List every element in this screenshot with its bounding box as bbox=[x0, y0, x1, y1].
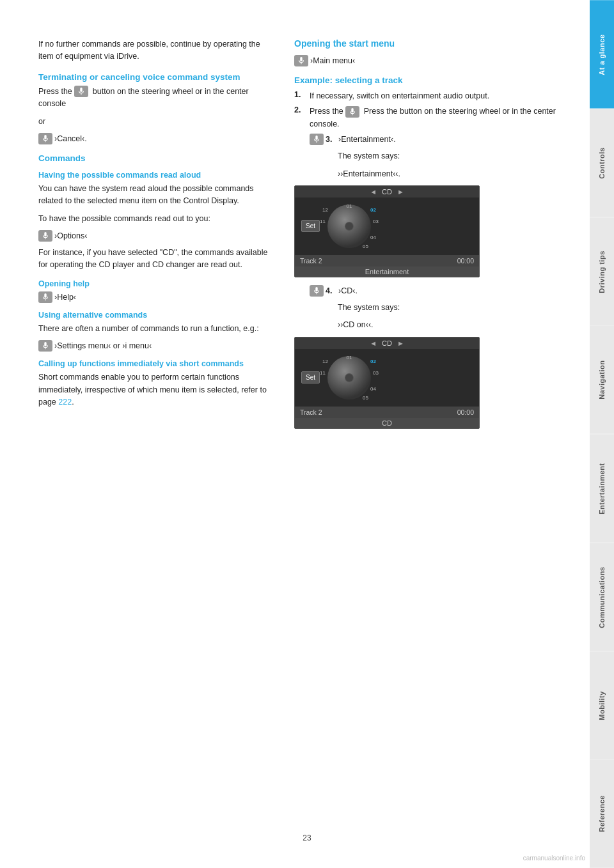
step4-cmd: ›CD‹. bbox=[338, 286, 358, 295]
track-03: 03 bbox=[373, 219, 379, 224]
cd-header-1: ◄ CD ► bbox=[295, 186, 479, 198]
help-command-line: ›Help‹ bbox=[38, 291, 275, 303]
track-12-d2: 12 bbox=[322, 359, 328, 364]
sidebar-tab-communications[interactable]: Communications bbox=[590, 543, 614, 651]
mic-icon-cancel bbox=[38, 133, 52, 144]
svg-rect-2 bbox=[44, 135, 46, 139]
mic-svg-help bbox=[42, 293, 49, 301]
step1-line: 1. If necessary, switch on entertainment… bbox=[294, 90, 571, 102]
calling-up-end: . bbox=[72, 398, 74, 407]
step3-cmd: ›Entertainment‹. bbox=[338, 135, 396, 144]
options-command-line: ›Options‹ bbox=[38, 230, 275, 242]
step2-num: 2. bbox=[294, 105, 306, 114]
terminating-body-rest: button on the steering wheel or in the c… bbox=[38, 87, 249, 108]
cancel-command-text: ›Cancel‹. bbox=[54, 134, 87, 143]
step4-num: 4. bbox=[326, 286, 338, 295]
step4-command-line: 4. ›CD‹. bbox=[310, 285, 571, 297]
commands-heading: Commands bbox=[38, 153, 275, 163]
terminating-body: Press the button on the steering wheel o… bbox=[38, 86, 275, 111]
mic-svg-options bbox=[42, 232, 49, 240]
step2-content: Press the Press the button on the steeri… bbox=[310, 105, 571, 130]
cd-footer-1: Track 2 00:00 bbox=[295, 255, 479, 267]
mic-svg-alt bbox=[42, 342, 49, 350]
example-heading: Example: selecting a track bbox=[294, 75, 571, 85]
step1-num: 1. bbox=[294, 90, 306, 99]
track-05: 05 bbox=[363, 244, 368, 249]
svg-rect-8 bbox=[44, 342, 46, 346]
cd-set-btn-1: Set bbox=[301, 220, 320, 232]
or-text: or bbox=[38, 116, 275, 128]
step3-num: 3. bbox=[326, 135, 338, 144]
left-column: If no further commands are possible, con… bbox=[38, 38, 275, 830]
cd-header-2: ◄ CD ► bbox=[295, 337, 479, 349]
mic-svg-cancel bbox=[42, 135, 49, 143]
cd-display-1: ◄ CD ► Set 01 02 03 04 05 bbox=[294, 185, 480, 277]
right-column: Opening the start menu ›Main menu‹ Examp… bbox=[294, 38, 571, 830]
mic-icon-help bbox=[38, 291, 52, 303]
mic-svg-mainmenu bbox=[297, 57, 305, 65]
track-03-d2: 03 bbox=[373, 370, 379, 376]
cd-track-left-2: Track 2 bbox=[300, 408, 322, 416]
step4-says: The system says: bbox=[338, 302, 571, 314]
having-body1: You can have the system read aloud the p… bbox=[38, 183, 275, 208]
mic-icon-alt bbox=[38, 340, 52, 352]
mic-svg bbox=[77, 88, 85, 95]
cd-bottom-label-2: CD bbox=[295, 418, 479, 428]
sidebar-tab-reference[interactable]: Reference bbox=[590, 759, 614, 868]
help-command-text: ›Help‹ bbox=[54, 293, 76, 302]
opening-help-heading: Opening help bbox=[38, 279, 275, 288]
cd-disc-graphic-1 bbox=[327, 205, 371, 248]
track-04: 04 bbox=[370, 235, 376, 240]
track-02-d2: 02 bbox=[370, 359, 376, 364]
mic-icon-1 bbox=[74, 86, 88, 97]
main-content: If no further commands are possible, con… bbox=[0, 0, 590, 868]
having-body3: For instance, if you have selected "CD",… bbox=[38, 247, 275, 272]
opening-start-heading: Opening the start menu bbox=[294, 38, 571, 49]
calling-up-page: 222 bbox=[58, 398, 72, 407]
sidebar-tab-driving-tips[interactable]: Driving tips bbox=[590, 217, 614, 326]
svg-rect-0 bbox=[81, 88, 83, 92]
sidebar-tab-mobility[interactable]: Mobility bbox=[590, 651, 614, 760]
using-alt-body: There are often a number of commands to … bbox=[38, 323, 275, 335]
mic-icon-step3 bbox=[310, 134, 324, 145]
sidebar-tab-entertainment[interactable]: Entertainment bbox=[590, 434, 614, 543]
track-01: 01 bbox=[347, 203, 352, 209]
cd-fwd-arrow-1: ► bbox=[397, 188, 404, 196]
alt-command-text: ›Settings menu‹ or ›i menu‹ bbox=[54, 341, 152, 350]
having-heading: Having the possible commands read aloud bbox=[38, 171, 275, 180]
step4-response: ››CD on‹‹. bbox=[338, 319, 571, 331]
sidebar-tab-at-a-glance[interactable]: At a glance bbox=[590, 0, 614, 109]
options-command-text: ›Options‹ bbox=[54, 231, 87, 240]
svg-rect-10 bbox=[300, 57, 302, 61]
cd-fwd-arrow-2: ► bbox=[397, 339, 404, 347]
mic-icon-options bbox=[38, 230, 52, 242]
svg-rect-16 bbox=[315, 287, 317, 291]
svg-rect-4 bbox=[44, 232, 46, 236]
sidebar-tab-controls[interactable]: Controls bbox=[590, 109, 614, 217]
svg-rect-12 bbox=[352, 108, 354, 112]
mic-svg-step4 bbox=[313, 287, 320, 295]
track-01-d2: 01 bbox=[347, 355, 352, 360]
cd-disc-graphic-2 bbox=[327, 356, 371, 399]
cd-track-left-1: Track 2 bbox=[300, 257, 322, 265]
calling-up-heading: Calling up functions immediately via sho… bbox=[38, 359, 275, 368]
cd-set-btn-2: Set bbox=[301, 371, 320, 384]
track-04-d2: 04 bbox=[370, 386, 376, 392]
page-number: 23 bbox=[303, 833, 311, 842]
alt-command-line: ›Settings menu‹ or ›i menu‹ bbox=[38, 340, 275, 352]
svg-rect-6 bbox=[44, 293, 46, 298]
watermark: carmanualsonline.info bbox=[523, 855, 585, 862]
cd-footer-2: Track 2 00:00 bbox=[295, 407, 479, 418]
step3-says: The system says: bbox=[338, 150, 571, 162]
cd-body-2: Set 01 02 03 04 05 12 11 bbox=[295, 349, 479, 407]
cd-back-arrow-2: ◄ bbox=[370, 339, 377, 347]
cd-time-right-1: 00:00 bbox=[457, 257, 474, 265]
cd-back-arrow-1: ◄ bbox=[370, 188, 377, 196]
cancel-command-line: ›Cancel‹. bbox=[38, 133, 275, 144]
track-02-highlight: 02 bbox=[370, 207, 376, 213]
cd-bottom-label-1: Entertainment bbox=[295, 267, 479, 277]
sidebar-tab-navigation[interactable]: Navigation bbox=[590, 325, 614, 434]
terminating-heading: Terminating or canceling voice command s… bbox=[38, 72, 275, 82]
having-body2: To have the possible commands read out t… bbox=[38, 213, 275, 225]
cd-display-2: ◄ CD ► Set 01 02 03 04 05 12 bbox=[294, 337, 480, 429]
